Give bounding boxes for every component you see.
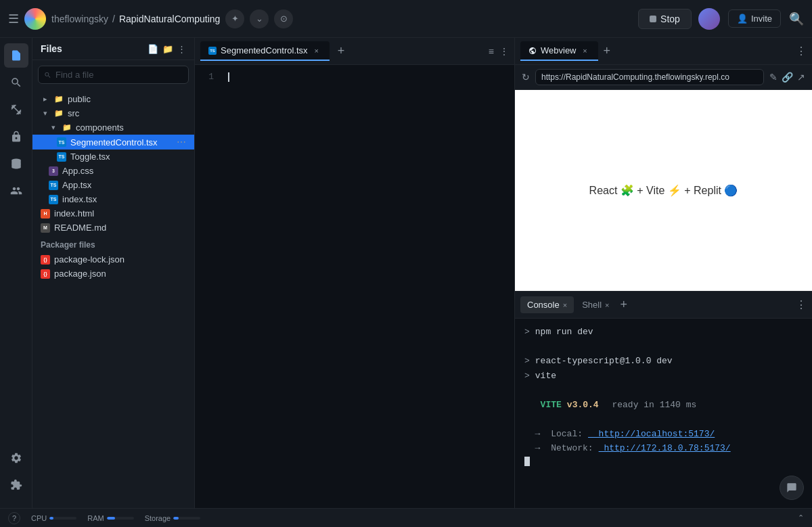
help-button[interactable]: ? bbox=[8, 512, 20, 524]
console-vite-line: VITE v3.0.4 ready in 1140 ms bbox=[524, 398, 803, 412]
sidebar-icons bbox=[0, 38, 32, 508]
cursor bbox=[228, 72, 229, 82]
ram-progress bbox=[107, 517, 134, 520]
folder-src-icon: 📁 bbox=[54, 109, 64, 118]
header: ☰ theflowingsky / RapidNaturalComputing … bbox=[0, 0, 812, 38]
list-item[interactable]: H index.html bbox=[32, 206, 194, 221]
local-url[interactable]: http://localhost:5173/ bbox=[588, 428, 715, 441]
list-item[interactable]: ▾ 📁 components bbox=[32, 120, 194, 135]
file-panel-more-icon[interactable]: ⋮ bbox=[177, 44, 186, 54]
file-name: src bbox=[68, 108, 79, 118]
list-item[interactable]: M README.md bbox=[32, 221, 194, 235]
storage-progress bbox=[173, 517, 200, 520]
breadcrumb-user[interactable]: theflowingsky bbox=[51, 14, 108, 24]
tab-segmented-control[interactable]: TS SegmentedControl.tsx × bbox=[200, 41, 330, 61]
sidebar-item-search[interactable] bbox=[4, 70, 28, 95]
network-url[interactable]: http://172.18.0.78:5173/ bbox=[599, 442, 731, 455]
chat-button[interactable] bbox=[780, 476, 804, 500]
list-item[interactable]: 3 App.css bbox=[32, 164, 194, 178]
cpu-label: CPU bbox=[31, 514, 47, 522]
webview-tabs: Webview × + ⋮ bbox=[515, 38, 812, 65]
console-add-icon[interactable]: + bbox=[618, 298, 631, 312]
webview-more-icon[interactable]: ⋮ bbox=[796, 45, 807, 58]
list-item[interactable]: TS index.tsx bbox=[32, 192, 194, 206]
editor-more-icon[interactable]: ⋮ bbox=[499, 46, 509, 57]
list-item[interactable]: TS Toggle.tsx bbox=[32, 150, 194, 164]
console-line bbox=[524, 340, 803, 354]
editor-tabs: TS SegmentedControl.tsx × + ≡ ⋮ bbox=[195, 38, 514, 65]
tab-label: SegmentedControl.tsx bbox=[221, 45, 308, 55]
edit-url-icon[interactable]: ✎ bbox=[769, 72, 777, 83]
console-cmd: npm run dev bbox=[535, 325, 593, 339]
sidebar-item-database[interactable] bbox=[4, 152, 28, 176]
new-folder-icon[interactable]: 📁 bbox=[162, 44, 173, 54]
webview-add-icon[interactable]: + bbox=[600, 44, 615, 58]
list-item[interactable]: {} package.json bbox=[32, 267, 194, 281]
console-prompt: > bbox=[524, 325, 530, 339]
tab-close-icon[interactable]: × bbox=[312, 46, 321, 55]
arrow-icon: → bbox=[524, 428, 540, 441]
sidebar-item-files[interactable] bbox=[4, 43, 28, 68]
search-icon[interactable]: 🔍 bbox=[789, 12, 804, 26]
avatar[interactable] bbox=[698, 8, 720, 30]
breadcrumb: theflowingsky / RapidNaturalComputing bbox=[51, 14, 220, 24]
list-item[interactable]: TS App.tsx bbox=[32, 178, 194, 192]
status-chevron-icon[interactable]: ⌃ bbox=[798, 513, 804, 522]
file-search-input[interactable] bbox=[55, 70, 183, 80]
new-file-icon[interactable]: 📄 bbox=[148, 44, 158, 54]
tab-webview[interactable]: Webview × bbox=[520, 41, 598, 61]
console-content[interactable]: > npm run dev > react-typescript@1.0.0 d… bbox=[515, 319, 812, 508]
folder-icon: ▾ bbox=[41, 109, 50, 118]
webview-url-bar: ↻ ✎ 🔗 ↗ bbox=[515, 65, 812, 90]
file-panel-header: Files 📄 📁 ⋮ bbox=[32, 38, 194, 60]
stop-icon bbox=[650, 16, 656, 22]
tab-console[interactable]: Console × bbox=[520, 296, 574, 313]
sidebar-item-extensions[interactable] bbox=[4, 473, 28, 497]
breadcrumb-separator: / bbox=[112, 14, 115, 24]
webview-content: React 🧩 + Vite ⚡ + Replit 🔵 bbox=[515, 90, 812, 291]
history-icon[interactable]: ⊙ bbox=[274, 9, 293, 28]
webview-app-text: React 🧩 + Vite ⚡ + Replit 🔵 bbox=[589, 184, 738, 197]
stop-button[interactable]: Stop bbox=[638, 9, 692, 29]
file-item-more-icon[interactable]: ⋯ bbox=[177, 137, 186, 147]
console-tab-close-icon[interactable]: × bbox=[563, 301, 567, 309]
open-external-icon[interactable]: ↗ bbox=[797, 72, 805, 83]
logo-icon[interactable] bbox=[24, 8, 46, 30]
sidebar-item-secrets[interactable] bbox=[4, 124, 28, 149]
tsx-icon: TS bbox=[49, 195, 58, 204]
file-name: public bbox=[68, 94, 91, 104]
console-more-icon[interactable]: ⋮ bbox=[796, 298, 807, 311]
url-input[interactable] bbox=[535, 69, 764, 85]
breadcrumb-project[interactable]: RapidNaturalComputing bbox=[119, 14, 220, 24]
tab-shell[interactable]: Shell × bbox=[575, 296, 616, 313]
invite-label: Invite bbox=[751, 14, 772, 24]
list-item[interactable]: {} package-lock.json bbox=[32, 252, 194, 267]
storage-label: Storage bbox=[145, 514, 171, 522]
sidebar-item-packages[interactable] bbox=[4, 97, 28, 122]
network-label: Network: bbox=[545, 442, 593, 455]
list-item[interactable]: ▾ 📁 src bbox=[32, 106, 194, 120]
cpu-status: CPU bbox=[31, 514, 76, 522]
branch-icon[interactable]: ⌄ bbox=[250, 9, 269, 28]
code-editor[interactable] bbox=[222, 70, 514, 503]
html-icon: H bbox=[41, 209, 50, 219]
webview-icon bbox=[528, 47, 537, 55]
folder-public-icon: 📁 bbox=[54, 95, 64, 104]
hamburger-icon[interactable]: ☰ bbox=[8, 12, 19, 26]
invite-button[interactable]: 👤 Invite bbox=[728, 9, 781, 28]
copy-url-icon[interactable]: 🔗 bbox=[782, 72, 793, 83]
file-search bbox=[38, 66, 189, 84]
tsx-icon: TS bbox=[49, 181, 58, 190]
list-item[interactable]: ▸ 📁 public bbox=[32, 92, 194, 106]
editor-content[interactable]: 1 bbox=[195, 65, 514, 508]
sidebar-item-users[interactable] bbox=[4, 179, 28, 203]
shell-tab-close-icon[interactable]: × bbox=[605, 301, 609, 309]
theme-icon[interactable]: ✦ bbox=[225, 9, 244, 28]
sidebar-item-settings[interactable] bbox=[4, 446, 28, 470]
list-item[interactable]: TS SegmentedControl.tsx ⋯ bbox=[32, 135, 194, 150]
tab-add-icon[interactable]: + bbox=[334, 44, 349, 58]
webview-tab-close-icon[interactable]: × bbox=[581, 46, 590, 55]
word-wrap-icon[interactable]: ≡ bbox=[489, 46, 494, 57]
refresh-icon[interactable]: ↻ bbox=[522, 72, 530, 83]
console-output bbox=[524, 413, 533, 426]
